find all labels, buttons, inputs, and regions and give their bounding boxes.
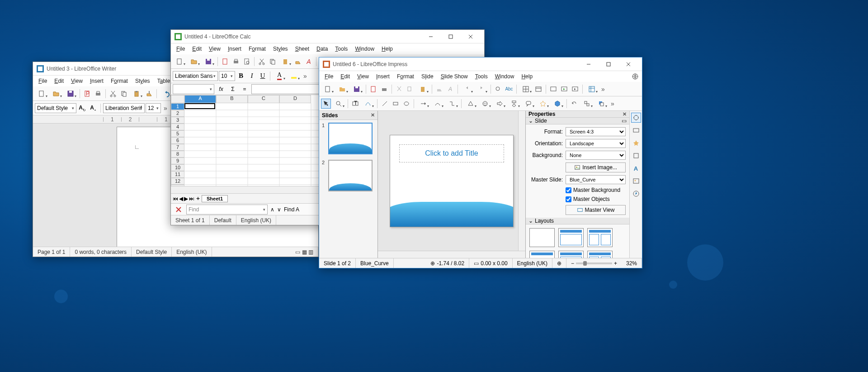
status-size[interactable]: ▭0.00 x 0.00 [469,258,512,268]
font-size-combo[interactable]: 12 [146,103,161,113]
find-next-button[interactable]: ∨ [277,206,281,213]
copy-button[interactable] [268,57,278,67]
prev-sheet-button[interactable]: ◀ [179,196,183,202]
export-pdf-button[interactable] [368,84,378,94]
menu-edit[interactable]: Edit [337,72,354,81]
update-style-button[interactable]: A↻ [77,103,87,113]
menu-file[interactable]: File [173,44,189,53]
sum-button[interactable]: Σ [228,84,238,94]
properties-close[interactable]: ✕ [623,111,627,117]
align-tool[interactable] [580,99,594,109]
col-header-b[interactable]: B [216,95,248,103]
menu-styles[interactable]: Styles [269,44,292,53]
font-color-button[interactable]: A [273,71,286,81]
menu-file[interactable]: File [35,76,51,86]
open-button[interactable] [335,84,349,94]
row-header[interactable]: 1 [171,103,184,110]
orientation-select[interactable]: Landscape [566,139,626,148]
impress-titlebar[interactable]: Untitled 6 - LibreOffice Impress [319,57,642,71]
print-button[interactable] [379,84,389,94]
row-header[interactable]: 3 [171,117,184,124]
slide-thumb-2[interactable] [328,160,373,191]
equals-button[interactable]: = [240,84,250,94]
flowchart-tool[interactable] [507,99,521,109]
menu-insert[interactable]: Insert [86,76,107,86]
row-header[interactable]: 10 [171,164,184,171]
stars-tool[interactable] [536,99,550,109]
canvas-scrollbar-h[interactable] [378,251,525,258]
new-button[interactable] [321,84,335,94]
rail-properties-button[interactable] [631,113,641,123]
name-box[interactable] [173,84,214,94]
underline-button[interactable]: U [258,71,268,81]
start-current-button[interactable] [570,84,580,94]
font-name-combo[interactable]: Liberation Sans [173,71,218,81]
row-header[interactable]: 4 [171,124,184,130]
status-view-icons[interactable]: ▭ ▦ ▥ [291,247,318,257]
menu-view[interactable]: View [67,76,86,86]
layout-content[interactable] [558,251,584,258]
next-sheet-button[interactable]: ▶ [184,196,188,202]
rect-tool[interactable] [391,99,401,109]
find-button[interactable] [493,84,503,94]
layout-title-only[interactable] [529,251,555,258]
clear-format-button[interactable]: A [445,84,455,94]
row-header[interactable]: 12 [171,178,184,185]
redo-button[interactable] [475,84,488,94]
minimize-button[interactable] [421,30,441,43]
layout-two-over[interactable] [587,251,613,258]
last-sheet-button[interactable]: ⏭ [189,196,194,202]
paste-button[interactable] [130,89,143,99]
menu-slide[interactable]: Slide [418,72,437,81]
copy-button[interactable] [119,89,129,99]
paste-button[interactable] [416,84,429,94]
calc-titlebar[interactable]: Untitled 4 - LibreOffice Calc [171,30,484,43]
block-arrows-tool[interactable] [493,99,506,109]
menu-format[interactable]: Format [107,76,132,86]
cut-button[interactable] [257,57,267,67]
spellcheck-button[interactable]: Abc [504,84,514,94]
3d-tool[interactable] [551,99,564,109]
master-bg-checkbox[interactable] [566,187,571,193]
display-grid-button[interactable] [519,84,533,94]
fontwork-tool[interactable] [361,99,375,109]
start-first-button[interactable] [559,84,569,94]
menu-help[interactable]: Help [518,72,536,81]
menu-format[interactable]: Format [393,72,418,81]
close-button[interactable] [618,58,638,71]
display-views-button[interactable] [533,84,543,94]
row-header[interactable]: 13 [171,185,184,186]
close-find-button[interactable] [174,205,184,215]
function-wizard-button[interactable]: fx [216,84,226,94]
master-slide-select[interactable]: Blue_Curve [566,175,626,184]
copy-button[interactable] [405,84,415,94]
menu-insert[interactable]: Insert [373,72,393,81]
row-header[interactable]: 2 [171,110,184,117]
rotate-tool[interactable] [569,99,579,109]
rail-slide-transition-button[interactable] [631,125,641,135]
paragraph-style-combo[interactable]: Default Style [35,103,76,113]
save-button[interactable] [350,84,363,94]
add-sheet-button[interactable]: ＋ [195,195,201,202]
status-style[interactable]: Default [210,215,236,225]
basic-shapes-tool[interactable] [464,99,477,109]
arrange-tool[interactable] [594,99,608,109]
row-header[interactable]: 9 [171,157,184,164]
menu-data[interactable]: Data [313,44,331,53]
menu-insert[interactable]: Insert [224,44,245,53]
find-all-button[interactable]: Find A [284,206,299,213]
table-button[interactable] [585,84,599,94]
maximize-button[interactable] [599,58,618,71]
rail-navigator-button[interactable] [631,189,641,199]
export-pdf-button[interactable]: P [82,89,92,99]
select-tool[interactable] [321,99,331,109]
menu-styles[interactable]: Styles [132,76,154,86]
export-pdf-button[interactable] [220,57,230,67]
menu-file[interactable]: File [321,72,337,81]
format-select[interactable]: Screen 4:3 [566,127,626,136]
status-sheet[interactable]: Sheet 1 of 1 [171,215,210,225]
status-page[interactable]: Page 1 of 1 [33,247,70,257]
new-button[interactable] [173,57,186,67]
row-header[interactable]: 5 [171,130,184,137]
menu-view[interactable]: View [205,44,224,53]
